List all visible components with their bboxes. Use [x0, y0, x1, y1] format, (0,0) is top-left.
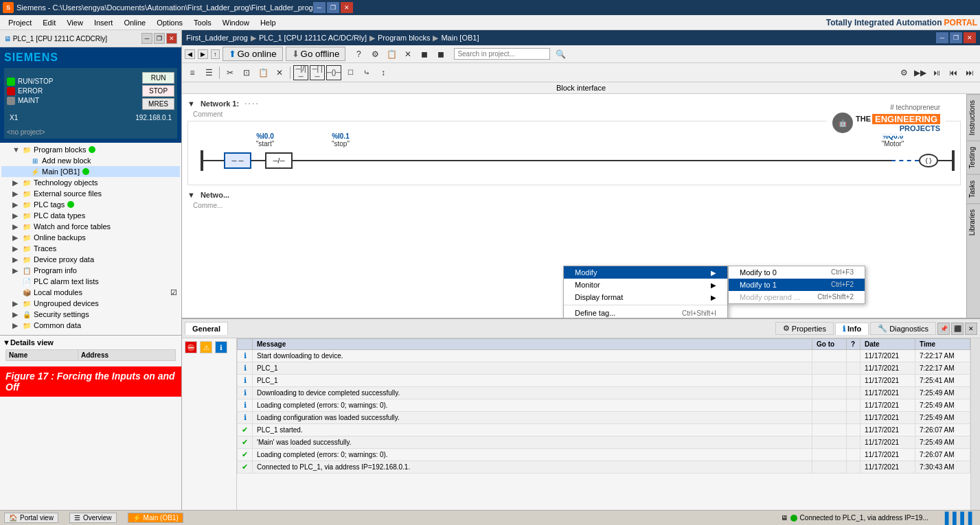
tab-diagnostics[interactable]: 🔧 Diagnostics: [870, 322, 936, 335]
plc-header-close[interactable]: ✕: [166, 33, 177, 44]
ctx-monitor[interactable]: Monitor ▶: [564, 279, 727, 291]
lad-btn-more1[interactable]: ⚙: [896, 65, 911, 80]
tree-ungrouped[interactable]: ▶ 📁 Ungrouped devices: [1, 298, 180, 309]
tree-traces[interactable]: ▶ 📁 Traces: [1, 243, 180, 254]
overview-btn[interactable]: ☰ Overview: [69, 513, 117, 523]
tree-main-ob1[interactable]: ⚡ Main [OB1]: [1, 166, 180, 177]
lad-btn-more5[interactable]: ⏭: [962, 65, 977, 80]
lad-btn-del[interactable]: ✕: [272, 65, 287, 80]
go-offline-button[interactable]: ⬇ Go offline: [286, 47, 346, 61]
toolbar-btn5[interactable]: ◼: [417, 47, 432, 62]
go-online-button[interactable]: ⬆ Go online: [223, 47, 283, 61]
side-tab-testing[interactable]: Testing: [967, 141, 980, 174]
lad-btn-list[interactable]: ☰: [201, 65, 216, 80]
bottom-pin-btn[interactable]: 📌: [937, 323, 950, 335]
tree-watch-force[interactable]: ▶ 📁 Watch and force tables: [1, 221, 180, 232]
ctx-define-tag[interactable]: Define tag... Ctrl+Shift+I: [564, 307, 727, 318]
lad-btn-nc[interactable]: ─|/|─: [293, 65, 308, 80]
tab-info[interactable]: ℹ Info: [835, 323, 869, 335]
tree-local-modules[interactable]: 📦 Local modules ☑: [1, 287, 180, 298]
inner-close[interactable]: ✕: [964, 32, 976, 43]
lad-btn-copy[interactable]: ⊡: [239, 65, 254, 80]
nav-up-btn[interactable]: ↑: [211, 49, 220, 59]
menu-help[interactable]: Help: [255, 17, 282, 28]
tab-general[interactable]: General: [185, 322, 228, 335]
bottom-close-btn[interactable]: ✕: [965, 323, 977, 335]
menu-view[interactable]: View: [61, 17, 89, 28]
tree-plc-tags[interactable]: ▶ 📁 PLC tags: [1, 199, 180, 210]
menu-insert[interactable]: Insert: [89, 17, 119, 28]
inner-restore[interactable]: ❐: [950, 32, 962, 43]
nav-back-btn[interactable]: ◀: [185, 49, 195, 59]
lad-btn-coil[interactable]: ─()─: [326, 65, 341, 80]
tree-alarm-text[interactable]: 📄 PLC alarm text lists: [1, 276, 180, 287]
search-input[interactable]: [454, 48, 550, 60]
lad-btn-more2[interactable]: ▶▶: [913, 65, 928, 80]
menu-online[interactable]: Online: [118, 17, 151, 28]
lad-btn-more4[interactable]: ⏮: [946, 65, 961, 80]
mres-button[interactable]: MRES: [142, 98, 174, 110]
submenu-modify-1[interactable]: Modify to 1 Ctrl+F2: [729, 279, 865, 291]
stop-button[interactable]: STOP: [142, 85, 174, 97]
run-button[interactable]: RUN: [142, 72, 174, 84]
ctx-modify[interactable]: Modify ▶: [564, 266, 727, 279]
lad-btn-no[interactable]: ─| |─: [310, 65, 325, 80]
close-button[interactable]: ✕: [341, 2, 353, 13]
contact1-box[interactable]: ─ ─: [224, 152, 251, 169]
search-button[interactable]: 🔍: [553, 47, 568, 62]
toolbar-btn3[interactable]: 📋: [384, 47, 399, 62]
contact2-box[interactable]: ─/─: [265, 152, 293, 169]
menu-options[interactable]: Options: [151, 17, 188, 28]
ctx-display-format[interactable]: Display format ▶: [564, 291, 727, 303]
plc-header-btn1[interactable]: ─: [141, 33, 152, 44]
minimize-button[interactable]: ─: [313, 2, 326, 13]
menu-window[interactable]: Window: [217, 17, 255, 28]
inner-minimize[interactable]: ─: [936, 32, 948, 43]
tree-program-blocks[interactable]: ▼ 📁 Program blocks: [1, 144, 180, 155]
bottom-float-btn[interactable]: ⬛: [951, 323, 964, 335]
tree-ext-source[interactable]: ▶ 📁 External source files: [1, 188, 180, 199]
plc-status: RUN/STOP ERROR MAINT: [4, 68, 177, 126]
plc-header-btn2[interactable]: ❐: [154, 33, 165, 44]
toolbar-btn2[interactable]: ⚙: [367, 47, 383, 62]
main-ob1-btn[interactable]: ⚡ Main (OB1): [128, 513, 183, 523]
details-title-row[interactable]: ▼ Details view: [3, 338, 179, 347]
tree-online-backups[interactable]: ▶ 📁 Online backups: [1, 232, 180, 243]
tree-device-proxy[interactable]: ▶ 📁 Device proxy data: [1, 254, 180, 265]
side-tab-instructions[interactable]: Instructions: [967, 94, 980, 141]
lad-btn-branch2[interactable]: ↕: [376, 65, 391, 80]
lad-btn-set[interactable]: ☐: [343, 65, 358, 80]
info-time-cell: 7:30:43 AM: [915, 461, 970, 474]
info-scrollbar[interactable]: [970, 338, 980, 510]
portal-view-btn[interactable]: 🏠 Portal view: [4, 513, 58, 523]
tab-properties[interactable]: ⚙ Properties: [775, 322, 834, 335]
tree-security[interactable]: ▶ 🔒 Security settings: [1, 309, 180, 320]
tree-program-info[interactable]: ▶ 📋 Program info: [1, 265, 180, 276]
lad-btn-branch[interactable]: ⤷: [359, 65, 374, 80]
submenu-modify-0[interactable]: Modify to 0 Ctrl+F3: [729, 266, 865, 279]
tree-plc-data-types[interactable]: ▶ 📁 PLC data types: [1, 210, 180, 221]
lad-btn-more3[interactable]: ⏯: [929, 65, 944, 80]
info-message-cell: PLC_1: [253, 375, 812, 387]
lad-btn-paste[interactable]: 📋: [255, 65, 271, 80]
tree-add-new-block[interactable]: ⊞ Add new block: [1, 155, 180, 166]
toolbar-btn4[interactable]: ✕: [400, 47, 415, 62]
lad-btn-table[interactable]: ≡: [185, 65, 200, 80]
main-ob1-label: Main (OB1): [144, 514, 179, 522]
menu-edit[interactable]: Edit: [37, 17, 61, 28]
toolbar-btn6[interactable]: ◼: [433, 47, 448, 62]
warn-icon: ⚠: [200, 341, 212, 353]
lad-btn-cut[interactable]: ✂: [223, 65, 238, 80]
tree-common-data[interactable]: ▶ 📁 Common data: [1, 320, 180, 331]
restore-button[interactable]: ❐: [327, 2, 339, 13]
toolbar-btn1[interactable]: ?: [351, 47, 366, 62]
tree-tech-objects[interactable]: ▶ 📁 Technology objects: [1, 177, 180, 188]
side-tab-tasks[interactable]: Tasks: [967, 174, 980, 204]
menu-project[interactable]: Project: [3, 17, 37, 28]
side-tab-libraries[interactable]: Libraries: [967, 203, 980, 241]
error-indicator: [7, 87, 15, 95]
menu-tools[interactable]: Tools: [188, 17, 217, 28]
info-row-icon: ℹ: [244, 401, 247, 409]
coil-box[interactable]: ( ): [919, 154, 938, 167]
nav-forward-btn[interactable]: ▶: [198, 49, 208, 59]
